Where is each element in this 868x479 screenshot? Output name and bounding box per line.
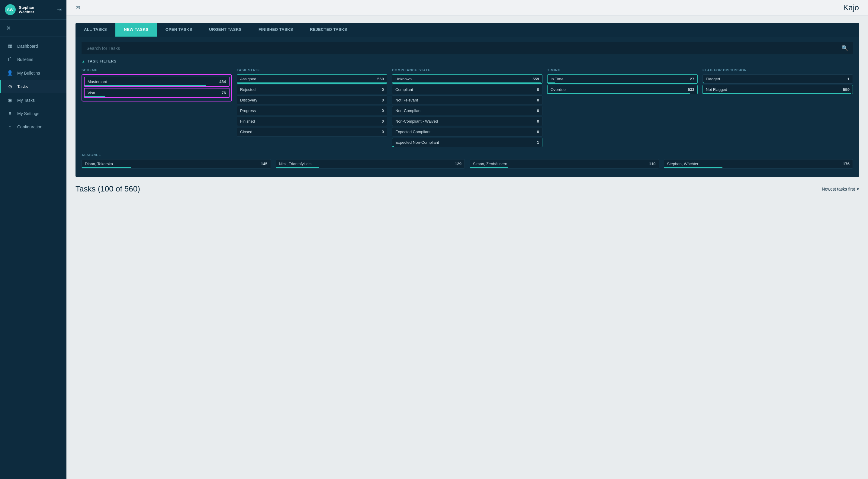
app-name-container: Kajo bbox=[843, 3, 859, 12]
simon-bar bbox=[470, 167, 508, 168]
sort-control[interactable]: Newest tasks first ▾ bbox=[822, 187, 859, 191]
filter-item-assigned[interactable]: Assigned 560 bbox=[237, 74, 387, 84]
assignee-row: Diana, Tokarska 145 Nick, Triantafyllidi… bbox=[82, 159, 853, 170]
filter-item-expected-compliant[interactable]: Expected Compliant 0 bbox=[392, 127, 542, 136]
filter-panel: 🔍 ▲ TASK FILTERS SCHEME Mastercard 484 bbox=[75, 37, 859, 177]
tab-rejected-tasks[interactable]: REJECTED TASKS bbox=[302, 23, 355, 37]
filter-item-not-flagged[interactable]: Not Flagged 559 bbox=[703, 85, 853, 94]
search-input[interactable] bbox=[86, 45, 841, 51]
filter-item-flagged[interactable]: Flagged 1 bbox=[703, 74, 853, 84]
scheme-title: SCHEME bbox=[82, 68, 232, 72]
filter-item-unknown[interactable]: Unknown 559 bbox=[392, 74, 542, 84]
flag-title: FLAG FOR DISCUSSION bbox=[703, 68, 853, 72]
filter-header-label: TASK FILTERS bbox=[88, 59, 117, 63]
task-state-title: TASK STATE bbox=[237, 68, 387, 72]
tab-new-tasks[interactable]: NEW TASKS bbox=[115, 23, 157, 37]
page-content: ALL TASKS NEW TASKS OPEN TASKS URGENT TA… bbox=[66, 16, 868, 479]
filter-item-compliant[interactable]: Compliant 0 bbox=[392, 85, 542, 94]
filter-item-finished[interactable]: Finished 0 bbox=[237, 117, 387, 126]
assignee-title: ASSIGNEE bbox=[82, 153, 853, 157]
sidebar-item-tasks[interactable]: ⊙ Tasks bbox=[0, 80, 66, 93]
filter-item-expected-non-compliant[interactable]: Expected Non-Compliant 1 bbox=[392, 138, 542, 147]
sidebar: SW StephanWächter ⇥ ✕ ▦ Dashboard 🗒 Bull… bbox=[0, 0, 66, 479]
configuration-icon: ⌂ bbox=[7, 124, 13, 130]
tasks-count: Tasks (100 of 560) bbox=[75, 184, 140, 194]
search-bar[interactable]: 🔍 bbox=[82, 42, 853, 54]
filter-item-progress[interactable]: Progress 0 bbox=[237, 106, 387, 115]
assigned-bar bbox=[237, 83, 387, 83]
nick-bar bbox=[276, 167, 319, 168]
unknown-bar bbox=[392, 83, 540, 83]
filter-header: ▲ TASK FILTERS bbox=[82, 59, 853, 63]
filter-item-simon[interactable]: Simon, Zenhäusern 110 bbox=[470, 159, 659, 168]
avatar: SW bbox=[5, 4, 16, 15]
tab-open-tasks[interactable]: OPEN TASKS bbox=[157, 23, 201, 37]
assignee-section: ASSIGNEE Diana, Tokarska 145 Nick, Trian… bbox=[82, 153, 853, 170]
filter-item-non-compliant[interactable]: Non-Compliant 0 bbox=[392, 106, 542, 115]
filter-group-scheme: SCHEME Mastercard 484 Visa 76 bbox=[82, 68, 232, 148]
collapse-icon[interactable]: ▲ bbox=[82, 59, 85, 63]
filter-item-overdue[interactable]: Overdue 533 bbox=[547, 85, 698, 94]
timing-title: TIMING bbox=[547, 68, 698, 72]
sort-chevron-icon: ▾ bbox=[857, 187, 859, 191]
sidebar-item-dashboard[interactable]: ▦ Dashboard bbox=[0, 39, 66, 53]
tab-urgent-tasks[interactable]: URGENT TASKS bbox=[200, 23, 250, 37]
my-tasks-icon: ◉ bbox=[7, 97, 13, 103]
tab-all-tasks[interactable]: ALL TASKS bbox=[75, 23, 115, 37]
topbar: ✉ Kajo bbox=[66, 0, 868, 16]
filter-group-task-state: TASK STATE Assigned 560 Rejected 0 Disco… bbox=[237, 68, 387, 148]
bottom-section: Tasks (100 of 560) Newest tasks first ▾ bbox=[75, 184, 859, 194]
filter-group-timing: TIMING In Time 27 Overdue 533 bbox=[547, 68, 698, 148]
filters-grid: SCHEME Mastercard 484 Visa 76 bbox=[82, 68, 853, 148]
sidebar-item-my-bulletins[interactable]: 👤 My Bulletins bbox=[0, 66, 66, 80]
app-name: Kajo bbox=[843, 3, 859, 12]
visa-bar bbox=[85, 96, 105, 97]
scheme-box: Mastercard 484 Visa 76 bbox=[82, 74, 232, 101]
expected-non-compliant-bar bbox=[392, 146, 394, 147]
filter-item-in-time[interactable]: In Time 27 bbox=[547, 74, 698, 84]
filter-item-closed[interactable]: Closed 0 bbox=[237, 127, 387, 136]
overdue-bar bbox=[548, 93, 690, 94]
tabs-container: ALL TASKS NEW TASKS OPEN TASKS URGENT TA… bbox=[75, 23, 859, 37]
filter-item-nick[interactable]: Nick, Triantafyllidis 129 bbox=[276, 159, 465, 168]
sidebar-item-my-tasks[interactable]: ◉ My Tasks bbox=[0, 93, 66, 107]
search-icon: 🔍 bbox=[841, 45, 848, 51]
filter-item-non-compliant-waived[interactable]: Non-Compliant - Waived 0 bbox=[392, 117, 542, 126]
stephan-bar bbox=[664, 167, 723, 168]
main-content: ✉ Kajo ALL TASKS NEW TASKS OPEN TASKS UR… bbox=[66, 0, 868, 479]
user-info: StephanWächter bbox=[19, 5, 57, 14]
close-sidebar-button[interactable]: ✕ bbox=[0, 20, 66, 37]
flagged-bar bbox=[703, 83, 704, 83]
logout-icon[interactable]: ⇥ bbox=[57, 6, 62, 13]
sidebar-item-configuration[interactable]: ⌂ Configuration bbox=[0, 120, 66, 133]
user-name: StephanWächter bbox=[19, 5, 57, 14]
sidebar-item-bulletins[interactable]: 🗒 Bulletins bbox=[0, 53, 66, 66]
my-bulletins-icon: 👤 bbox=[7, 70, 13, 76]
bulletins-icon: 🗒 bbox=[7, 57, 13, 62]
filter-item-rejected[interactable]: Rejected 0 bbox=[237, 85, 387, 94]
in-time-bar bbox=[548, 83, 555, 83]
tasks-icon: ⊙ bbox=[7, 84, 13, 89]
compliance-state-title: COMPLIANCE STATE bbox=[392, 68, 542, 72]
dashboard-icon: ▦ bbox=[7, 43, 13, 49]
filter-item-discovery[interactable]: Discovery 0 bbox=[237, 95, 387, 105]
filter-item-mastercard[interactable]: Mastercard 484 bbox=[84, 77, 229, 87]
mastercard-bar bbox=[85, 85, 206, 86]
filter-group-flag: FLAG FOR DISCUSSION Flagged 1 Not Flagge… bbox=[703, 68, 853, 148]
filter-item-not-relevant[interactable]: Not Relevant 0 bbox=[392, 95, 542, 105]
filter-item-diana[interactable]: Diana, Tokarska 145 bbox=[82, 159, 271, 168]
sidebar-item-my-settings[interactable]: ≡ My Settings bbox=[0, 107, 66, 120]
mail-icon[interactable]: ✉ bbox=[75, 4, 80, 11]
filter-group-compliance: COMPLIANCE STATE Unknown 559 Compliant 0… bbox=[392, 68, 542, 148]
diana-bar bbox=[82, 167, 131, 168]
filter-item-stephan[interactable]: Stephan, Wächter 176 bbox=[664, 159, 853, 168]
tab-finished-tasks[interactable]: FINISHED TASKS bbox=[250, 23, 302, 37]
filter-item-visa[interactable]: Visa 76 bbox=[84, 88, 229, 98]
sort-label: Newest tasks first bbox=[822, 187, 855, 191]
not-flagged-bar bbox=[703, 93, 851, 94]
sidebar-nav: ▦ Dashboard 🗒 Bulletins 👤 My Bulletins ⊙… bbox=[0, 37, 66, 479]
sidebar-header: SW StephanWächter ⇥ bbox=[0, 0, 66, 20]
settings-icon: ≡ bbox=[7, 111, 13, 116]
